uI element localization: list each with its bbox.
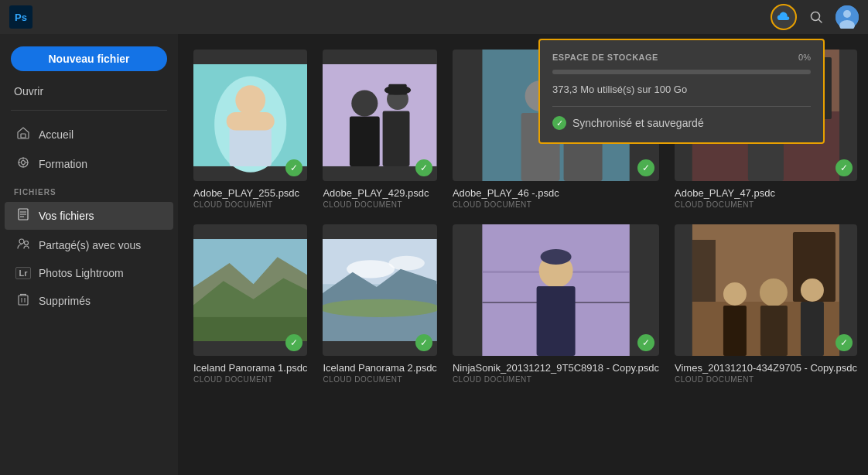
sidebar-item-vos-fichiers[interactable]: Vos fichiers xyxy=(5,202,173,230)
svg-point-17 xyxy=(25,241,29,245)
file-card-8[interactable]: ✓ Vimes_20131210-434Z9705 - Copy.psdc CL… xyxy=(675,224,857,384)
partages-label: Partagé(s) avec vous xyxy=(39,239,141,251)
popup-divider xyxy=(552,106,811,107)
topbar-right xyxy=(771,4,859,30)
file-card-2[interactable]: ✓ Adobe_PLAY_429.psdc CLOUD DOCUMENT xyxy=(323,50,436,209)
svg-point-16 xyxy=(19,239,24,244)
open-link[interactable]: Ouvrir xyxy=(0,80,178,107)
file-type-1: CLOUD DOCUMENT xyxy=(193,200,307,209)
file-thumb-7: ✓ xyxy=(453,224,659,356)
svg-rect-33 xyxy=(383,111,410,166)
file-name-2: Adobe_PLAY_429.psdc xyxy=(323,187,436,199)
file-thumb-6: ✓ xyxy=(323,224,436,356)
file-type-3: CLOUD DOCUMENT xyxy=(453,200,659,209)
vos-fichiers-label: Vos fichiers xyxy=(39,210,94,222)
formation-label: Formation xyxy=(39,158,87,170)
sidebar-item-lightroom[interactable]: Lr Photos Lightroom xyxy=(5,261,173,285)
file-thumb-2: ✓ xyxy=(323,50,436,181)
svg-rect-28 xyxy=(227,112,275,130)
check-badge-2: ✓ xyxy=(415,159,432,176)
file-thumb-1: ✓ xyxy=(193,50,307,181)
svg-rect-31 xyxy=(350,117,380,166)
trash-icon xyxy=(15,293,31,309)
svg-point-73 xyxy=(760,279,788,306)
file-type-7: CLOUD DOCUMENT xyxy=(453,375,659,384)
shared-icon xyxy=(15,238,31,253)
sidebar-item-partages[interactable]: Partagé(s) avec vous xyxy=(5,231,173,259)
file-thumb-8: ✓ xyxy=(675,224,857,356)
file-name-6: Iceland Panorama 2.psdc xyxy=(323,362,436,374)
file-thumb-5: ✓ xyxy=(193,224,307,356)
svg-rect-70 xyxy=(692,240,716,302)
file-name-4: Adobe_PLAY_47.psdc xyxy=(675,187,857,199)
popup-header: ESPACE DE STOCKAGE 0% xyxy=(552,53,811,62)
sidebar-divider-top xyxy=(11,110,167,111)
svg-point-3 xyxy=(843,10,851,18)
file-name-7: NinjaSonik_20131212_9T5C8918 - Copy.psdc xyxy=(453,362,659,374)
sync-row: ✓ Synchronisé et sauvegardé xyxy=(552,116,811,130)
file-card-6[interactable]: ✓ Iceland Panorama 2.psdc CLOUD DOCUMENT xyxy=(323,224,436,384)
svg-rect-18 xyxy=(19,296,28,305)
sidebar-item-accueil[interactable]: Accueil xyxy=(5,121,173,149)
svg-point-56 xyxy=(389,256,425,271)
lightroom-label: Photos Lightroom xyxy=(39,267,124,279)
files-section-label: FICHIERS xyxy=(0,179,178,201)
file-card-1[interactable]: ✓ Adobe_PLAY_255.psdc CLOUD DOCUMENT xyxy=(193,50,307,209)
svg-point-66 xyxy=(540,249,571,265)
check-badge-3: ✓ xyxy=(637,159,654,176)
svg-rect-72 xyxy=(723,306,747,356)
sidebar-item-supprimes[interactable]: Supprimés xyxy=(5,287,173,315)
formation-icon xyxy=(15,156,31,172)
check-badge-8: ✓ xyxy=(836,334,853,351)
file-type-8: CLOUD DOCUMENT xyxy=(675,375,857,384)
home-icon xyxy=(15,127,31,142)
svg-rect-5 xyxy=(21,134,26,138)
lightroom-icon: Lr xyxy=(15,267,31,279)
document-icon xyxy=(15,208,31,224)
popup-percent: 0% xyxy=(798,53,811,62)
svg-line-1 xyxy=(819,20,822,23)
file-type-2: CLOUD DOCUMENT xyxy=(323,200,436,209)
file-card-7[interactable]: ✓ NinjaSonik_20131212_9T5C8918 - Copy.ps… xyxy=(453,224,659,384)
svg-point-71 xyxy=(723,282,747,306)
file-name-1: Adobe_PLAY_255.psdc xyxy=(193,187,307,199)
accueil-label: Accueil xyxy=(39,128,73,141)
search-button[interactable] xyxy=(805,5,828,29)
progress-bar-background xyxy=(552,70,811,74)
sync-check-icon: ✓ xyxy=(552,116,566,130)
file-name-3: Adobe_PLAY_46 -.psdc xyxy=(453,187,659,199)
svg-point-7 xyxy=(22,161,26,165)
svg-rect-35 xyxy=(389,84,407,95)
file-type-4: CLOUD DOCUMENT xyxy=(675,200,857,209)
storage-text: 373,3 Mo utilisé(s) sur 100 Go xyxy=(552,84,811,95)
svg-point-26 xyxy=(235,85,265,115)
check-badge-4: ✓ xyxy=(836,159,853,176)
check-badge-7: ✓ xyxy=(637,334,654,351)
new-file-button[interactable]: Nouveau fichier xyxy=(11,46,167,71)
svg-rect-74 xyxy=(760,306,788,356)
sidebar: Nouveau fichier Ouvrir Accueil xyxy=(0,34,178,475)
svg-point-59 xyxy=(323,299,436,317)
sidebar-item-formation[interactable]: Formation xyxy=(5,150,173,178)
supprimes-label: Supprimés xyxy=(39,295,91,307)
file-type-6: CLOUD DOCUMENT xyxy=(323,375,436,384)
file-card-5[interactable]: ✓ Iceland Panorama 1.psdc CLOUD DOCUMENT xyxy=(193,224,307,384)
user-avatar[interactable] xyxy=(836,5,859,29)
svg-rect-76 xyxy=(801,302,824,356)
svg-point-75 xyxy=(801,279,824,302)
topbar: Ps ESPACE DE STOCKAGE 0% xyxy=(0,0,868,34)
svg-point-30 xyxy=(352,90,378,116)
file-name-5: Iceland Panorama 1.psdc xyxy=(193,362,307,374)
check-badge-6: ✓ xyxy=(415,334,432,351)
svg-point-0 xyxy=(812,12,820,21)
cloud-popup: ESPACE DE STOCKAGE 0% 373,3 Mo utilisé(s… xyxy=(538,39,825,144)
popup-title: ESPACE DE STOCKAGE xyxy=(552,53,658,62)
cloud-button[interactable] xyxy=(771,4,797,30)
cloud-icon xyxy=(777,12,791,22)
sync-text: Synchronisé et sauvegardé xyxy=(572,117,704,129)
file-type-5: CLOUD DOCUMENT xyxy=(193,375,307,384)
ps-logo: Ps xyxy=(9,5,32,29)
svg-rect-65 xyxy=(536,286,575,356)
file-name-8: Vimes_20131210-434Z9705 - Copy.psdc xyxy=(675,362,857,374)
